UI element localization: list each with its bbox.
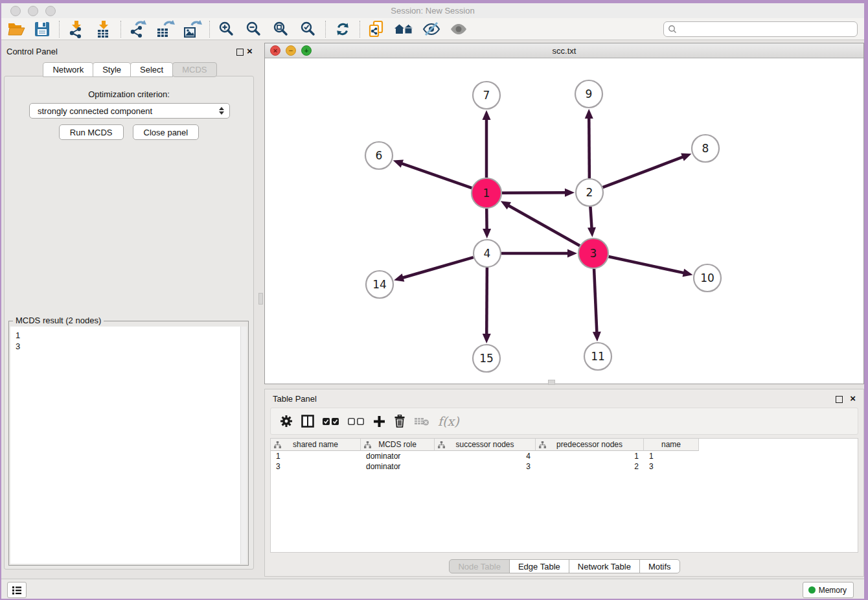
zoom-in-button[interactable] xyxy=(216,19,238,39)
graph-node-4[interactable]: 4 xyxy=(474,240,501,267)
splitter-grip[interactable] xyxy=(258,293,263,305)
zoom-fit-button[interactable] xyxy=(270,19,292,39)
run-mcds-button[interactable]: Run MCDS xyxy=(59,124,124,140)
export-table-icon xyxy=(155,20,175,38)
tab-mcds[interactable]: MCDS xyxy=(172,62,216,77)
deselect-all-button[interactable] xyxy=(348,413,365,430)
tab-network[interactable]: Network xyxy=(43,62,93,77)
zoom-selected-button[interactable] xyxy=(297,19,319,39)
tab-edge-table[interactable]: Edge Table xyxy=(509,559,569,573)
column-header-name[interactable]: name xyxy=(644,439,699,451)
graph-node-8[interactable]: 8 xyxy=(692,135,719,162)
columns-icon xyxy=(301,415,314,428)
node-label: 4 xyxy=(484,247,491,260)
table-row[interactable]: 1dominator411 xyxy=(271,451,858,461)
export-table-button[interactable] xyxy=(154,19,176,39)
graph-node-15[interactable]: 15 xyxy=(473,345,500,372)
table-panel-close-icon[interactable]: × xyxy=(850,393,856,404)
export-network-button[interactable] xyxy=(127,19,149,39)
function-builder-button[interactable]: f(x) xyxy=(438,413,459,430)
graph-node-14[interactable]: 14 xyxy=(366,271,393,298)
window-border-right xyxy=(864,0,868,600)
search-input[interactable] xyxy=(677,24,857,34)
graph-edge-1-2[interactable] xyxy=(502,192,567,193)
delete-row-button[interactable] xyxy=(394,413,405,430)
network-window-titlebar[interactable]: × − + scc.txt xyxy=(265,43,863,58)
table-panel-float-icon[interactable] xyxy=(836,396,843,403)
add-row-button[interactable] xyxy=(373,413,385,430)
graph-node-7[interactable]: 7 xyxy=(473,82,500,109)
table-row[interactable]: 3dominator323 xyxy=(271,461,858,472)
column-header-shared-name[interactable]: shared name xyxy=(271,439,361,451)
mcds-result-area[interactable]: 13 xyxy=(10,327,247,564)
checked-boxes-icon xyxy=(323,417,339,426)
graph-edge-2-8[interactable] xyxy=(603,156,685,187)
refresh-icon xyxy=(335,21,350,37)
graph-node-6[interactable]: 6 xyxy=(365,142,393,169)
graph-node-11[interactable]: 11 xyxy=(584,343,611,370)
result-line: 1 xyxy=(16,330,247,341)
delete-table-button[interactable] xyxy=(414,413,429,430)
tab-node-table[interactable]: Node Table xyxy=(449,559,510,573)
home-button[interactable] xyxy=(393,19,415,39)
memory-button[interactable]: Memory xyxy=(803,582,854,598)
graph-edge-3-10[interactable] xyxy=(608,257,685,273)
network-window-title: scc.txt xyxy=(265,46,863,56)
criterion-dropdown[interactable]: strongly connected component xyxy=(29,103,230,119)
cell-mcds-role: dominator xyxy=(361,461,435,472)
graph-node-2[interactable]: 2 xyxy=(576,179,603,206)
import-table-button[interactable] xyxy=(93,19,115,39)
node-table: shared nameMCDS rolesuccessor nodesprede… xyxy=(270,438,858,553)
graph-edge-3-1[interactable] xyxy=(507,205,580,246)
titlebar: Session: New Session xyxy=(1,3,864,19)
graph-edge-4-15[interactable] xyxy=(486,268,487,336)
result-scrollbar[interactable] xyxy=(240,327,247,564)
control-panel-float-icon[interactable] xyxy=(236,49,244,56)
close-panel-button[interactable]: Close panel xyxy=(133,124,200,140)
control-panel-close-icon[interactable]: × xyxy=(247,45,253,56)
refresh-button[interactable] xyxy=(332,19,354,39)
mcds-result-text: 13 xyxy=(10,327,247,352)
save-session-button[interactable] xyxy=(31,19,53,39)
tab-network-table[interactable]: Network Table xyxy=(569,559,640,573)
column-header-mcds-role[interactable]: MCDS role xyxy=(361,439,435,451)
graph-node-3[interactable]: 3 xyxy=(578,238,608,268)
tab-motifs[interactable]: Motifs xyxy=(639,559,680,573)
import-network-icon xyxy=(67,20,86,38)
dropdown-stepper-icon xyxy=(216,107,227,115)
graph-node-10[interactable]: 10 xyxy=(694,264,721,292)
open-session-button[interactable] xyxy=(5,19,27,39)
graph-edge-4-14[interactable] xyxy=(402,257,474,278)
edge-arrowhead xyxy=(483,334,491,343)
show-panels-button[interactable] xyxy=(7,582,27,598)
export-image-button[interactable] xyxy=(181,19,203,39)
graph-edge-2-3[interactable] xyxy=(590,207,591,229)
window-border-left xyxy=(0,0,1,600)
select-all-button[interactable] xyxy=(323,413,339,430)
column-header-successor-nodes[interactable]: successor nodes xyxy=(435,439,536,451)
graph-node-1[interactable]: 1 xyxy=(472,178,501,208)
hide-details-button[interactable] xyxy=(420,19,442,39)
show-details-button[interactable] xyxy=(448,19,470,39)
network-canvas[interactable]: 7968124314101511 xyxy=(265,58,863,384)
graph-node-9[interactable]: 9 xyxy=(575,80,602,108)
column-header-predecessor-nodes[interactable]: predecessor nodes xyxy=(536,439,644,451)
graph-edge-2-9[interactable] xyxy=(589,117,589,178)
save-floppy-icon xyxy=(34,21,51,38)
duplicate-network-button[interactable] xyxy=(366,19,388,39)
cell-name: 3 xyxy=(644,461,699,472)
edge-arrowhead xyxy=(565,189,575,197)
tree-hierarchy-icon xyxy=(274,441,281,448)
import-network-button[interactable] xyxy=(65,19,87,39)
search-field[interactable] xyxy=(663,21,858,37)
graph-edge-1-6[interactable] xyxy=(400,163,472,189)
network-resize-grip[interactable] xyxy=(548,380,555,385)
tab-select[interactable]: Select xyxy=(130,62,173,77)
graph-edge-3-11[interactable] xyxy=(594,269,597,334)
node-label: 8 xyxy=(702,142,709,155)
tab-style[interactable]: Style xyxy=(93,62,131,77)
trash-icon xyxy=(394,415,405,428)
table-settings-button[interactable] xyxy=(280,413,293,430)
toggle-column-view-button[interactable] xyxy=(301,413,314,430)
zoom-out-button[interactable] xyxy=(243,19,265,39)
